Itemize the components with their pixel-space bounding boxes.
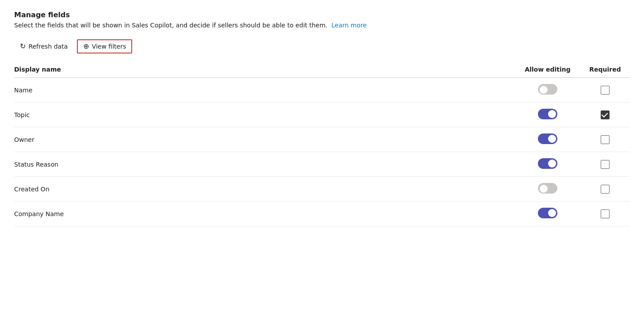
field-display-name: Name <box>14 78 515 103</box>
col-header-allow-editing: Allow editing <box>515 62 586 78</box>
refresh-label: Refresh data <box>28 43 68 50</box>
table-row: Name <box>14 78 630 103</box>
required-cell <box>586 177 630 202</box>
field-display-name: Created On <box>14 177 515 202</box>
table-row: Company Name <box>14 202 630 226</box>
required-cell <box>586 202 630 226</box>
field-display-name: Owner <box>14 127 515 152</box>
toolbar: ↻ Refresh data ⊕ View filters <box>14 39 630 53</box>
allow-editing-toggle[interactable] <box>538 133 557 144</box>
table-header-row: Display name Allow editing Required <box>14 62 630 78</box>
allow-editing-cell <box>515 152 586 177</box>
subtitle-text: Select the fields that will be shown in … <box>14 22 328 29</box>
field-display-name: Topic <box>14 103 515 127</box>
required-checkbox[interactable] <box>601 110 610 119</box>
table-row: Owner <box>14 127 630 152</box>
allow-editing-cell <box>515 127 586 152</box>
required-cell <box>586 127 630 152</box>
allow-editing-toggle[interactable] <box>538 158 557 169</box>
view-filters-label: View filters <box>92 43 126 50</box>
fields-table: Display name Allow editing Required Name… <box>14 62 630 226</box>
field-display-name: Company Name <box>14 202 515 226</box>
table-row: Status Reason <box>14 152 630 177</box>
required-cell <box>586 103 630 127</box>
allow-editing-cell <box>515 177 586 202</box>
learn-more-link[interactable]: Learn more <box>332 22 367 29</box>
required-cell <box>586 152 630 177</box>
required-checkbox[interactable] <box>601 86 610 95</box>
allow-editing-cell <box>515 202 586 226</box>
required-cell <box>586 78 630 103</box>
allow-editing-toggle[interactable] <box>538 183 557 194</box>
col-header-required: Required <box>586 62 630 78</box>
allow-editing-cell <box>515 103 586 127</box>
col-header-display-name: Display name <box>14 62 515 78</box>
allow-editing-cell <box>515 78 586 103</box>
required-checkbox[interactable] <box>601 135 610 144</box>
table-row: Created On <box>14 177 630 202</box>
required-checkbox[interactable] <box>601 160 610 169</box>
refresh-icon: ↻ <box>20 43 26 50</box>
refresh-data-button[interactable]: ↻ Refresh data <box>14 40 73 53</box>
field-display-name: Status Reason <box>14 152 515 177</box>
required-checkbox[interactable] <box>601 209 610 218</box>
required-checkbox[interactable] <box>601 185 610 194</box>
table-row: Topic <box>14 103 630 127</box>
page-title: Manage fields <box>14 11 630 19</box>
allow-editing-toggle[interactable] <box>538 84 557 95</box>
view-filters-button[interactable]: ⊕ View filters <box>77 39 132 53</box>
filter-icon: ⊕ <box>83 43 89 50</box>
page-subtitle: Select the fields that will be shown in … <box>14 22 630 29</box>
allow-editing-toggle[interactable] <box>538 208 557 218</box>
allow-editing-toggle[interactable] <box>538 109 557 119</box>
